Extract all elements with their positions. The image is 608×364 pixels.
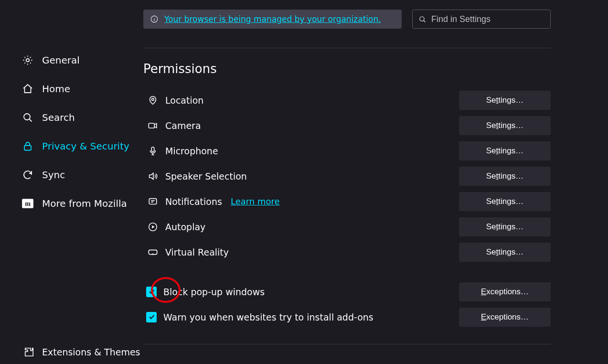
svg-text:m: m <box>25 200 31 207</box>
checkbox-warn-addons[interactable] <box>146 312 157 322</box>
mic-icon <box>146 146 160 156</box>
svg-point-0 <box>26 59 29 62</box>
perm-label: Virtual Reality <box>165 247 229 257</box>
location-icon <box>146 95 160 106</box>
gear-icon <box>21 54 34 66</box>
perm-row-notifications: Notifications Learn more Settings… <box>143 189 551 214</box>
settings-button-speaker[interactable]: Settings… <box>459 167 551 186</box>
divider <box>143 48 551 48</box>
perm-row-speaker: Speaker Selection Settings… <box>143 163 551 189</box>
sidebar-footer-label: Extensions & Themes <box>42 347 140 357</box>
sidebar-item-label: Search <box>42 112 75 123</box>
settings-button-location[interactable]: Settings… <box>459 91 551 110</box>
svg-rect-8 <box>149 123 154 128</box>
management-banner: Your browser is being managed by your or… <box>143 10 402 29</box>
sidebar: General Home Search Privacy & Security S… <box>0 0 143 364</box>
puzzle-icon <box>24 347 34 357</box>
settings-button-autoplay[interactable]: Settings… <box>459 217 551 236</box>
exceptions-button-addons[interactable]: Exceptions… <box>459 308 551 327</box>
settings-button-camera[interactable]: Settings… <box>459 116 551 135</box>
check-label: Warn you when websites try to install ad… <box>163 312 373 322</box>
svg-rect-2 <box>24 146 31 150</box>
sidebar-item-label: Privacy & Security <box>42 140 129 152</box>
speaker-icon <box>146 171 160 182</box>
sidebar-item-general[interactable]: General <box>21 46 143 75</box>
info-icon <box>150 15 159 23</box>
sidebar-item-label: Sync <box>42 169 65 181</box>
sidebar-item-label: More from Mozilla <box>42 198 127 209</box>
mozilla-icon: m <box>21 197 34 210</box>
section-title-permissions: Permissions <box>143 62 551 76</box>
main-content: Your browser is being managed by your or… <box>143 0 608 364</box>
perm-row-microphone: Microphone Settings… <box>143 138 551 163</box>
check-label: Block pop-up windows <box>163 287 265 297</box>
lock-icon <box>21 140 34 152</box>
svg-rect-9 <box>151 147 154 151</box>
sidebar-item-label: General <box>42 54 80 66</box>
perm-row-autoplay: Autoplay Settings… <box>143 214 551 239</box>
settings-button-vr[interactable]: Settings… <box>459 243 551 262</box>
topbar: Your browser is being managed by your or… <box>143 10 551 29</box>
svg-point-7 <box>152 98 154 100</box>
notification-icon <box>146 196 160 207</box>
settings-button-notifications[interactable]: Settings… <box>459 192 551 211</box>
sidebar-item-privacy[interactable]: Privacy & Security <box>21 132 143 161</box>
settings-search[interactable] <box>412 10 551 29</box>
management-link[interactable]: Your browser is being managed by your or… <box>164 14 381 24</box>
search-icon <box>21 112 34 123</box>
divider <box>143 344 551 344</box>
exceptions-button-popups[interactable]: Exceptions… <box>459 282 551 301</box>
sidebar-item-search[interactable]: Search <box>21 103 143 132</box>
settings-search-input[interactable] <box>431 14 544 24</box>
perm-row-vr: Virtual Reality Settings… <box>143 239 551 265</box>
perm-label: Notifications <box>165 196 222 207</box>
vr-icon <box>146 247 160 257</box>
perm-label: Autoplay <box>165 222 205 232</box>
sidebar-item-home[interactable]: Home <box>21 75 143 103</box>
checkbox-block-popups[interactable] <box>146 287 157 297</box>
sidebar-item-more-mozilla[interactable]: m More from Mozilla <box>21 189 143 218</box>
learn-more-link[interactable]: Learn more <box>231 196 280 206</box>
perm-label: Speaker Selection <box>165 171 247 182</box>
svg-point-6 <box>420 16 424 21</box>
sidebar-item-sync[interactable]: Sync <box>21 161 143 189</box>
perm-row-camera: Camera Settings… <box>143 113 551 138</box>
search-icon <box>418 15 427 23</box>
perm-label: Camera <box>165 120 201 131</box>
perm-label: Microphone <box>165 146 218 156</box>
sidebar-footer-extensions[interactable]: Extensions & Themes <box>21 340 143 364</box>
svg-rect-10 <box>149 198 157 204</box>
perm-label: Location <box>165 95 203 106</box>
home-icon <box>21 83 34 95</box>
sidebar-item-label: Home <box>42 83 70 95</box>
check-row-popups: Block pop-up windows Exceptions… <box>143 279 551 304</box>
camera-icon <box>146 120 160 131</box>
check-row-addons: Warn you when websites try to install ad… <box>143 304 551 330</box>
settings-button-microphone[interactable]: Settings… <box>459 141 551 161</box>
perm-row-location: Location Settings… <box>143 87 551 113</box>
autoplay-icon <box>146 222 160 232</box>
sync-icon <box>21 169 34 181</box>
svg-point-1 <box>24 114 30 120</box>
